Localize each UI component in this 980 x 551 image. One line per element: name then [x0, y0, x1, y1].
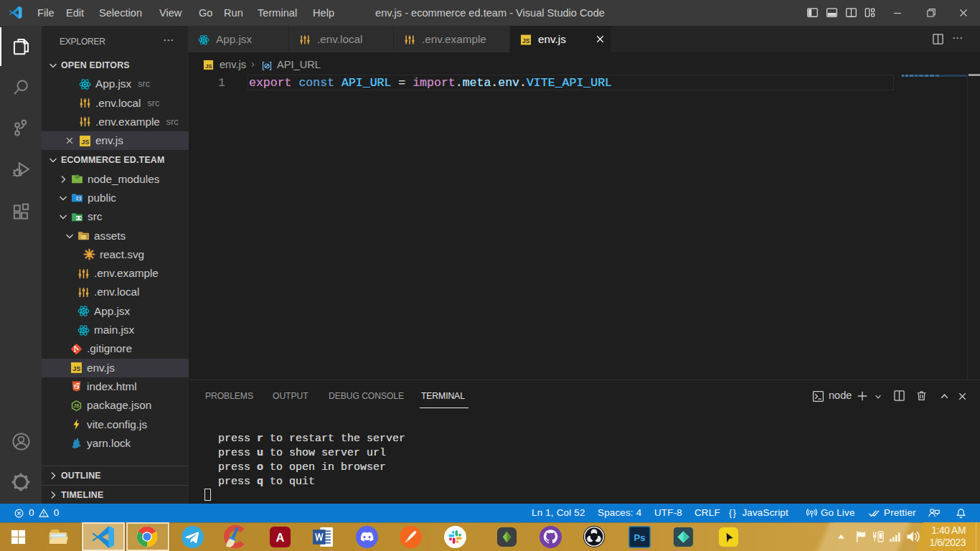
svg-text:JS: JS — [81, 138, 89, 146]
svg-text:JS: JS — [205, 63, 212, 70]
svg-text:JS: JS — [522, 37, 530, 44]
svg-text:JS: JS — [72, 365, 80, 372]
svg-text:Ps: Ps — [633, 532, 645, 542]
svg-text:JS: JS — [73, 403, 80, 408]
svg-text:A: A — [275, 530, 284, 543]
